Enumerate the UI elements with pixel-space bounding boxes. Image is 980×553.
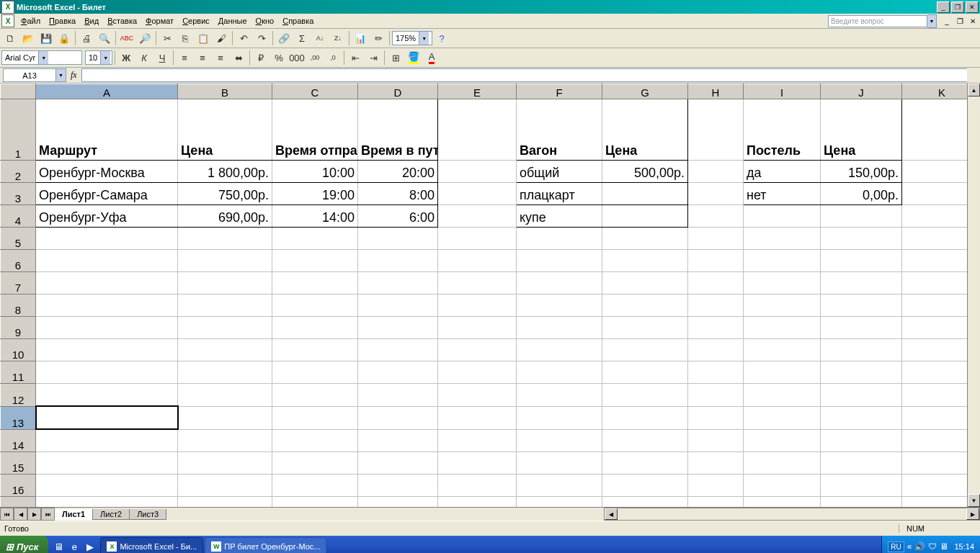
formula-input[interactable]	[81, 68, 967, 82]
decrease-decimal-icon[interactable]: ,0	[324, 49, 342, 66]
font-color-icon[interactable]: A	[423, 49, 440, 66]
cell-A11[interactable]	[36, 361, 178, 384]
cell-E2[interactable]	[438, 161, 517, 183]
cell-B11[interactable]	[178, 361, 272, 384]
cell-D8[interactable]	[358, 295, 438, 317]
cell-B7[interactable]	[178, 272, 272, 295]
cell-D9[interactable]	[358, 317, 438, 339]
cell-H15[interactable]	[688, 452, 744, 475]
bold-button[interactable]: Ж	[117, 49, 135, 66]
cell-I16[interactable]	[744, 475, 821, 497]
cell-B8[interactable]	[178, 295, 272, 317]
chevron-down-icon[interactable]: ▼	[419, 32, 429, 45]
zoom-combo[interactable]: 175% ▼	[392, 31, 432, 45]
spelling-icon[interactable]: ABC	[118, 30, 135, 47]
cell-G13[interactable]	[602, 406, 688, 429]
row-header-5[interactable]: 5	[1, 228, 36, 250]
cell-G15[interactable]	[602, 452, 688, 475]
clock[interactable]: 15:14	[954, 542, 974, 551]
cell-H14[interactable]	[688, 429, 744, 452]
cell-H2[interactable]	[688, 161, 744, 183]
menu-формат[interactable]: Формат	[141, 15, 178, 27]
paste-icon[interactable]: 📋	[195, 30, 212, 47]
cell-B3[interactable]: 750,00р.	[178, 183, 272, 205]
permission-icon[interactable]: 🔒	[55, 30, 73, 47]
decrease-indent-icon[interactable]: ⇤	[347, 49, 364, 66]
row-header-10[interactable]: 10	[1, 339, 36, 361]
cell-B14[interactable]	[178, 429, 272, 452]
cell-H4[interactable]	[688, 205, 744, 228]
cell-H13[interactable]	[688, 406, 744, 429]
cell-F11[interactable]	[517, 361, 602, 384]
cell-H8[interactable]	[688, 295, 744, 317]
cell-G14[interactable]	[602, 429, 688, 452]
cell-D3[interactable]: 8:00	[358, 183, 438, 205]
cell-H12[interactable]	[688, 384, 744, 407]
cell-I17[interactable]	[744, 497, 821, 508]
cell-E15[interactable]	[438, 452, 517, 475]
row-header-16[interactable]: 16	[1, 475, 36, 497]
cell-H17[interactable]	[688, 497, 744, 508]
align-left-icon[interactable]: ≡	[176, 49, 193, 66]
cell-B2[interactable]: 1 800,00р.	[178, 161, 272, 183]
cell-C1[interactable]: Время отправки	[272, 99, 358, 161]
cell-A6[interactable]	[36, 250, 178, 272]
research-icon[interactable]: 🔎	[136, 30, 153, 47]
cell-J3[interactable]: 0,00р.	[821, 183, 902, 205]
row-header-8[interactable]: 8	[1, 295, 36, 317]
cell-F10[interactable]	[517, 339, 602, 361]
cell-A14[interactable]	[36, 429, 178, 452]
sheet-tab-Лист3[interactable]: Лист3	[129, 509, 166, 520]
col-header-A[interactable]: A	[36, 84, 178, 99]
merge-center-icon[interactable]: ⬌	[230, 49, 247, 66]
cell-G2[interactable]: 500,00р.	[602, 161, 688, 183]
row-header-3[interactable]: 3	[1, 183, 36, 205]
cell-E11[interactable]	[438, 361, 517, 384]
cell-D16[interactable]	[358, 475, 438, 497]
cell-E13[interactable]	[438, 406, 517, 429]
open-icon[interactable]: 📂	[19, 30, 37, 47]
taskbar-task[interactable]: XMicrosoft Excel - Би...	[100, 537, 203, 553]
col-header-J[interactable]: J	[821, 84, 902, 99]
cell-B13[interactable]	[178, 406, 272, 429]
cell-D17[interactable]	[358, 497, 438, 508]
help-icon[interactable]: ?	[433, 30, 450, 47]
cell-J7[interactable]	[821, 272, 902, 295]
cell-F4[interactable]: купе	[517, 205, 602, 228]
cell-I3[interactable]: нет	[744, 183, 821, 205]
cell-C6[interactable]	[272, 250, 358, 272]
cell-F5[interactable]	[517, 228, 602, 250]
ask-question-box[interactable]: Введите вопрос	[828, 15, 927, 27]
cell-E16[interactable]	[438, 475, 517, 497]
copy-icon[interactable]: ⎘	[177, 30, 194, 47]
cell-F6[interactable]	[517, 250, 602, 272]
chevron-down-icon[interactable]: ▼	[55, 69, 66, 81]
comma-icon[interactable]: 000	[288, 49, 306, 66]
cell-J17[interactable]	[821, 497, 902, 508]
menu-справка[interactable]: Справка	[278, 15, 318, 27]
cell-A8[interactable]	[36, 295, 178, 317]
cell-G4[interactable]	[602, 205, 688, 228]
cell-H7[interactable]	[688, 272, 744, 295]
cell-C12[interactable]	[272, 384, 358, 407]
cell-B12[interactable]	[178, 384, 272, 407]
cell-G12[interactable]	[602, 384, 688, 407]
row-header-13[interactable]: 13	[1, 406, 36, 429]
tray-icon[interactable]: 🛡	[928, 541, 937, 552]
cell-D10[interactable]	[358, 339, 438, 361]
cell-I9[interactable]	[744, 317, 821, 339]
cell-A15[interactable]	[36, 452, 178, 475]
cell-D15[interactable]	[358, 452, 438, 475]
cell-G10[interactable]	[602, 339, 688, 361]
cell-E14[interactable]	[438, 429, 517, 452]
menu-сервис[interactable]: Сервис	[178, 15, 214, 27]
cell-C8[interactable]	[272, 295, 358, 317]
save-icon[interactable]: 💾	[37, 30, 55, 47]
cell-I6[interactable]	[744, 250, 821, 272]
cell-H11[interactable]	[688, 361, 744, 384]
cell-D14[interactable]	[358, 429, 438, 452]
cell-F13[interactable]	[517, 406, 602, 429]
scroll-down-button[interactable]: ▼	[968, 494, 980, 507]
cell-A3[interactable]: Оренбург-Самара	[36, 183, 178, 205]
cell-I1[interactable]: Постель	[744, 99, 821, 161]
